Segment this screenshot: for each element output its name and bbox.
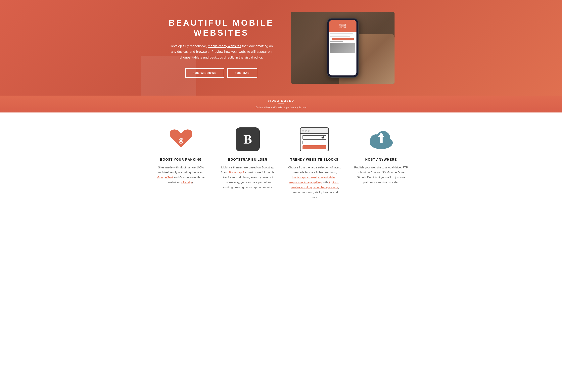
trendy-sep2: ,	[335, 176, 336, 179]
hero-phone-image: MOBIRISEWEBSITEBUILDER	[291, 12, 395, 84]
phone-mockup: MOBIRISEWEBSITEBUILDER	[327, 18, 359, 78]
boost-ranking-title: BOOST YOUR RANKING	[153, 158, 208, 161]
content-slider-link[interactable]: content slider	[318, 176, 336, 179]
mac-button[interactable]: FOR MAC	[227, 68, 257, 78]
mobile-ready-link[interactable]: mobile-ready websites	[208, 44, 241, 48]
responsive-gallery-link[interactable]: responsive image gallery	[289, 181, 322, 184]
bootstrap-icon: B	[236, 127, 260, 151]
hero-right-panel: MOBIRISEWEBSITEBUILDER	[291, 12, 395, 84]
video-embed-strip: VIDEO EMBED Online video and YouTube par…	[0, 96, 562, 113]
browser-footer-block	[303, 145, 326, 149]
svg-point-3	[376, 131, 390, 145]
trendy-desc-text1: Choose from the large selection of lates…	[288, 166, 340, 174]
lightbox-link[interactable]: lightbox	[328, 181, 339, 184]
svg-text:g: g	[179, 135, 183, 144]
phone-screen-line2	[330, 35, 348, 35]
hero-buttons: FOR WINDOWS FOR MAC	[160, 68, 283, 78]
bootstrap-carousel-link[interactable]: bootstrap carousel	[292, 176, 316, 179]
trendy-blocks-desc: Choose from the large selection of lates…	[287, 165, 342, 200]
bootstrap-builder-title: BOOTSTRAP BUILDER	[220, 158, 275, 161]
video-embed-divider	[278, 104, 284, 104]
host-anywhere-desc: Publish your website to a local drive, F…	[354, 165, 409, 185]
bootstrap-builder-icon-wrap: B	[220, 127, 275, 152]
phone-screen-header: MOBIRISEWEBSITEBUILDER	[329, 20, 356, 32]
bootstrap4-link[interactable]: Bootstrap 4	[229, 171, 244, 174]
windows-button[interactable]: FOR WINDOWS	[185, 68, 224, 78]
feature-boost-ranking: g BOOST YOUR RANKING Sites made with Mob…	[152, 127, 210, 200]
hero-title: BEAUTIFUL MOBILE WEBSITES	[160, 18, 283, 38]
phone-screen-line3	[330, 36, 350, 37]
browser-top-bar	[301, 128, 328, 134]
trendy-sep1: ,	[317, 176, 318, 179]
video-embed-desc: Online video and YouTube particularly is…	[231, 106, 331, 109]
hero-description: Develop fully responsive, mobile-ready w…	[169, 43, 273, 60]
feature-trendy-blocks: TRENDY WEBSITE BLOCKS Choose from the la…	[285, 127, 344, 200]
browser-dot3	[308, 130, 309, 132]
host-anywhere-icon-wrap	[354, 127, 409, 152]
trendy-blocks-icon-wrap	[287, 127, 342, 152]
heart-icon: g	[169, 128, 193, 150]
hero-desc-text1: Develop fully responsive,	[170, 44, 208, 48]
hero-content: BEAUTIFUL MOBILE WEBSITES Develop fully …	[152, 0, 410, 96]
phone-screen-line4	[330, 41, 343, 42]
features-section: g BOOST YOUR RANKING Sites made with Mob…	[0, 113, 562, 216]
trendy-blocks-title: TRENDY WEBSITE BLOCKS	[287, 158, 342, 161]
boost-desc-text1: Sites made with Mobirise are 100% mobile…	[158, 166, 204, 174]
trendy-sep3: ,	[339, 181, 339, 184]
video-embed-title: VIDEO EMBED	[8, 99, 554, 102]
boost-ranking-desc: Sites made with Mobirise are 100% mobile…	[153, 165, 208, 185]
browser-nav	[303, 135, 326, 139]
officially-link[interactable]: officially	[181, 181, 192, 184]
feature-bootstrap-builder: B BOOTSTRAP BUILDER Mobirise themes are …	[218, 127, 277, 200]
boost-ranking-icon-wrap: g	[153, 127, 208, 152]
phone-screen-title: MOBIRISEWEBSITEBUILDER	[339, 23, 346, 29]
bootstrap-b-letter: B	[243, 133, 252, 146]
browser-dot1	[302, 130, 304, 132]
bootstrap-builder-desc: Mobirise themes are based on Bootstrap 3…	[220, 165, 275, 190]
browser-nav-block	[303, 135, 326, 139]
google-test-link[interactable]: Google Test	[157, 176, 173, 179]
host-anywhere-title: HOST ANYWHERE	[354, 158, 409, 161]
phone-screen-button	[332, 38, 354, 40]
browser-dot2	[305, 130, 307, 132]
boost-desc-text3: )!	[192, 181, 194, 184]
trendy-sep4: ,	[312, 186, 313, 189]
cursor-arrow	[321, 135, 325, 139]
phone-screen-body	[329, 32, 356, 54]
feature-host-anywhere: HOST ANYWHERE Publish your website to a …	[352, 127, 410, 200]
features-grid: g BOOST YOUR RANKING Sites made with Mob…	[152, 127, 410, 200]
browser-content-block	[303, 141, 326, 144]
phone-screen-image	[330, 43, 355, 53]
hero-section: BEAUTIFUL MOBILE WEBSITES Develop fully …	[0, 0, 562, 96]
hero-left-panel: BEAUTIFUL MOBILE WEBSITES Develop fully …	[160, 18, 283, 78]
parallax-link[interactable]: parallax scrolling	[290, 186, 312, 189]
phone-screen-line1	[330, 33, 353, 34]
video-bg-link[interactable]: video backgrounds	[314, 186, 338, 189]
trendy-desc-text2: with	[322, 181, 328, 184]
cloud-upload-icon	[368, 128, 394, 150]
browser-body	[301, 134, 328, 151]
browser-blocks-icon	[300, 127, 329, 151]
phone-screen: MOBIRISEWEBSITEBUILDER	[329, 20, 356, 75]
